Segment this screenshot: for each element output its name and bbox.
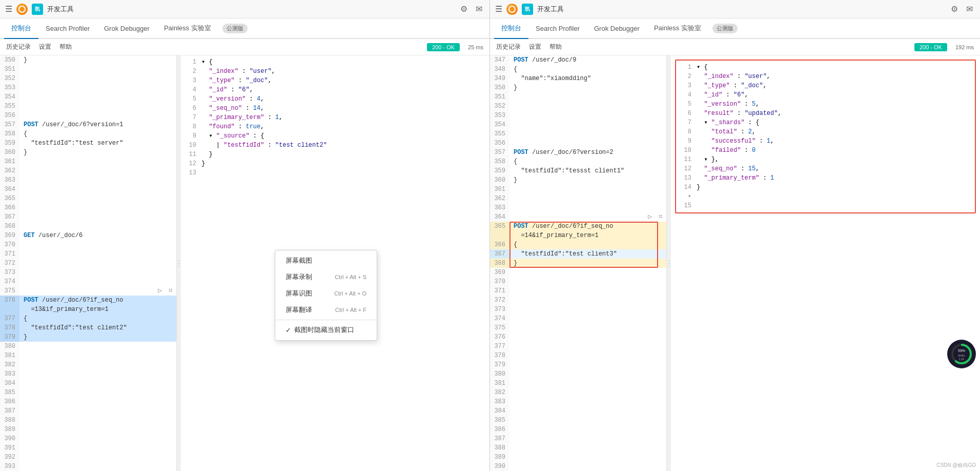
r-line-362: 362 (490, 194, 666, 203)
right-panel-code-pane[interactable]: 347 POST /user/_doc/9 348{ 349 "name":"x… (490, 55, 667, 471)
settings-btn-right[interactable]: 设置 (529, 43, 541, 51)
r2-resp-line-10: 10 "failed" : 0 (678, 146, 973, 155)
panel-right: ☰ 凯 开发工具 ⚙ ✉ 控制台 Search Profiler Grok De… (490, 0, 980, 471)
mail-icon-right[interactable]: ✉ (964, 2, 975, 16)
line-382: 382 (0, 360, 176, 369)
r-line-359: 359 "testfidId":"tessst client1" (490, 166, 666, 175)
r2-resp-line-5: 5 "_version" : 5, (678, 100, 973, 109)
tab-console-left[interactable]: 控制台 (4, 18, 38, 39)
line-389: 389 (0, 425, 176, 434)
settings-icon-right[interactable]: ⚙ (949, 2, 960, 16)
line-371: 371 (0, 249, 176, 259)
line-392: 392 (0, 453, 176, 462)
tab-public-badge-right[interactable]: 公测版 (708, 18, 742, 38)
tab-bar-right: 控制台 Search Profiler Grok Debugger Painle… (490, 18, 980, 39)
svg-text:59%: 59% (958, 349, 965, 352)
kibana-logo-right (506, 4, 518, 15)
line-385: 385 (0, 388, 176, 397)
resp-line-7: 7 "_primary_term" : 1, (183, 113, 487, 122)
hamburger-icon-right[interactable]: ☰ (495, 4, 502, 14)
line-388: 388 (0, 416, 176, 425)
tab-grok-debugger-right[interactable]: Grok Debugger (587, 18, 647, 39)
watermark: CSDN @偷鸡GO (936, 462, 976, 469)
r-line-386: 386 (490, 425, 666, 434)
line-359: 359 "testfidId":"test server" (0, 139, 176, 148)
line-373: 373 (0, 268, 176, 277)
tab-painless-left[interactable]: Painless 实验室 (157, 18, 218, 39)
r-line-382: 382 (490, 388, 666, 397)
settings-icon-left[interactable]: ⚙ (458, 2, 469, 16)
run-icon-right[interactable]: ▷ (648, 212, 652, 222)
copy-icon-right[interactable]: ⌗ (659, 212, 662, 222)
divider-right[interactable]: ⋮ (667, 55, 671, 471)
tab-public-badge-left[interactable]: 公测版 (218, 18, 252, 38)
line-351: 351 (0, 65, 176, 74)
tab-grok-debugger-left[interactable]: Grok Debugger (97, 18, 157, 39)
resp-line-10: 10 | "testfidId" : "test client2" (183, 141, 487, 150)
resp-line-5: 5 "_version" : 4, (183, 94, 487, 104)
divider-left[interactable]: ⋮ (177, 55, 181, 471)
menu-item-screen-record[interactable]: 屏幕录制 Ctrl + Alt + S (275, 269, 377, 285)
line-368: 368 (0, 222, 176, 231)
tab-console-right[interactable]: 控制台 (494, 18, 528, 39)
hamburger-icon-left[interactable]: ☰ (5, 4, 12, 14)
r-line-364: 364 ▷ ⌗ (490, 212, 666, 222)
r2-resp-line-8: 8 "total" : 2, (678, 127, 973, 136)
app-icon-right: 凯 (522, 4, 533, 15)
r2-resp-line-7: 7 ▾ "_shards" : { (678, 118, 973, 127)
title-bar-right: ☰ 凯 开发工具 ⚙ ✉ (490, 0, 980, 18)
line-369: 369 GET /user/_doc/6 (0, 231, 176, 240)
line-380: 380 (0, 342, 176, 351)
help-btn-left[interactable]: 帮助 (59, 43, 72, 51)
tab-search-profiler-left[interactable]: Search Profiler (38, 18, 97, 39)
menu-item-hide-window[interactable]: ✓ 截图时隐藏当前窗口 (275, 322, 377, 338)
menu-item-screen-translate[interactable]: 屏幕翻译 Ctrl + Alt + F (275, 302, 377, 318)
line-356: 356 (0, 111, 176, 120)
tab-search-profiler-right[interactable]: Search Profiler (528, 18, 587, 39)
editor-area-right: 347 POST /user/_doc/9 348{ 349 "name":"x… (490, 55, 980, 471)
line-362: 362 (0, 166, 176, 175)
menu-item-screen-ocr[interactable]: 屏幕识图 Ctrl + Alt + O (275, 285, 377, 302)
line-378-selected: 378 "testfidId":"test client2" (0, 323, 176, 332)
check-icon: ✓ (285, 326, 291, 334)
r2-resp-line-9: 9 "successful" : 1, (678, 136, 973, 146)
copy-icon-left[interactable]: ⌗ (169, 286, 172, 296)
run-icon-left[interactable]: ▷ (158, 286, 162, 296)
svg-text:0KB/s: 0KB/s (958, 354, 965, 357)
r-line-381: 381 (490, 379, 666, 388)
r-line-376: 376 (490, 332, 666, 342)
left-code-pane[interactable]: 350} 351 352 353 354 355 356 357 POST /u… (0, 55, 177, 471)
line-366: 366 (0, 203, 176, 212)
r-line-350: 350} (490, 83, 666, 92)
r2-resp-line-1: 1▾ { (678, 63, 973, 72)
r-line-358: 358{ (490, 157, 666, 166)
right-panel-response-pane: 1▾ { 2 "_index" : "user", 3 "_type" : "_… (671, 55, 980, 471)
mail-icon-left[interactable]: ✉ (474, 2, 484, 16)
r-line-367-sel: 367 "testfidId":"test client3" (490, 249, 666, 259)
tab-painless-right[interactable]: Painless 实验室 (647, 18, 708, 39)
resp-line-11: 11 } (183, 150, 487, 159)
resp-line-6: 6 "_seq_no" : 14, (183, 104, 487, 113)
settings-btn-left[interactable]: 设置 (39, 43, 51, 51)
app-title-right: 开发工具 (537, 5, 945, 14)
history-btn-left[interactable]: 历史记录 (6, 43, 31, 51)
resp-line-3: 3 "_type" : "_doc", (183, 76, 487, 85)
editor-area-left: 350} 351 352 353 354 355 356 357 POST /u… (0, 55, 489, 471)
r-line-372: 372 (490, 296, 666, 305)
tab-bar-left: 控制台 Search Profiler Grok Debugger Painle… (0, 18, 489, 39)
line-357: 357 POST /user/_doc/6?version=1 (0, 120, 176, 129)
line-381: 381 (0, 351, 176, 360)
line-365: 365 (0, 194, 176, 203)
help-btn-right[interactable]: 帮助 (549, 43, 562, 51)
line-375: 375 ▷ ⌗ (0, 286, 176, 296)
r-line-374: 374 (490, 314, 666, 323)
line-367: 367 (0, 212, 176, 222)
line-372: 372 (0, 259, 176, 268)
context-menu: 屏幕截图 屏幕录制 Ctrl + Alt + S 屏幕识图 Ctrl + Alt… (275, 250, 377, 341)
r-line-365b-sel: =14&if_primary_term=1 (490, 231, 666, 240)
r2-resp-line-15: 15 (678, 201, 973, 210)
history-btn-right[interactable]: 历史记录 (496, 43, 521, 51)
menu-item-screenshot[interactable]: 屏幕截图 (275, 252, 377, 269)
r-line-353: 353 (490, 111, 666, 120)
app-title-left: 开发工具 (47, 5, 454, 14)
